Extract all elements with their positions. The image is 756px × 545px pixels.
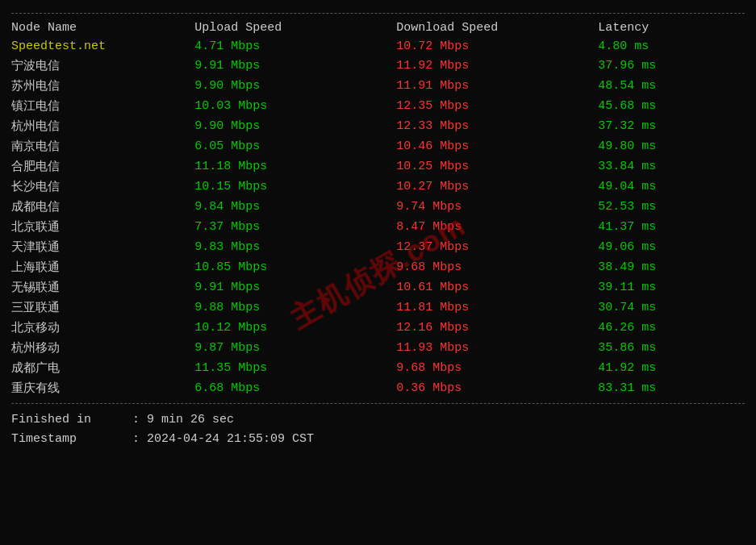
- cell-node: 南京电信: [11, 136, 194, 156]
- table-row: 苏州电信 9.90 Mbps 11.91 Mbps 48.54 ms: [11, 76, 745, 96]
- cell-node: 无锡联通: [11, 277, 194, 297]
- cell-latency: 41.92 ms: [598, 358, 745, 378]
- cell-node: 成都广电: [11, 358, 194, 378]
- table-row: 宁波电信 9.91 Mbps 11.92 Mbps 37.96 ms: [11, 56, 745, 76]
- cell-download: 11.91 Mbps: [396, 76, 598, 96]
- bottom-border: [11, 403, 745, 404]
- cell-download: 0.36 Mbps: [396, 378, 598, 398]
- header-node: Node Name: [11, 19, 194, 37]
- cell-upload: 9.90 Mbps: [194, 76, 396, 96]
- cell-upload: 9.84 Mbps: [194, 197, 396, 217]
- cell-download: 10.61 Mbps: [396, 277, 598, 297]
- cell-upload: 9.91 Mbps: [194, 56, 396, 76]
- cell-upload: 7.37 Mbps: [194, 217, 396, 237]
- cell-download: 10.72 Mbps: [396, 37, 598, 56]
- cell-upload: 9.90 Mbps: [194, 116, 396, 136]
- cell-latency: 41.37 ms: [598, 217, 745, 237]
- cell-upload: 11.35 Mbps: [194, 358, 396, 378]
- cell-upload: 4.71 Mbps: [194, 37, 396, 56]
- table-row: 长沙电信 10.15 Mbps 10.27 Mbps 49.04 ms: [11, 177, 745, 197]
- cell-node: 天津联通: [11, 237, 194, 257]
- cell-node: 镇江电信: [11, 96, 194, 116]
- cell-upload: 9.91 Mbps: [194, 277, 396, 297]
- table-row: 上海联通 10.85 Mbps 9.68 Mbps 38.49 ms: [11, 257, 745, 277]
- cell-node: 三亚联通: [11, 297, 194, 318]
- table-row: Speedtest.net 4.71 Mbps 10.72 Mbps 4.80 …: [11, 37, 745, 56]
- table-row: 南京电信 6.05 Mbps 10.46 Mbps 49.80 ms: [11, 136, 745, 156]
- cell-download: 9.74 Mbps: [396, 197, 598, 217]
- table-row: 天津联通 9.83 Mbps 12.37 Mbps 49.06 ms: [11, 237, 745, 257]
- cell-download: 8.47 Mbps: [396, 217, 598, 237]
- cell-download: 11.81 Mbps: [396, 297, 598, 318]
- header-upload: Upload Speed: [194, 19, 396, 37]
- table-row: 杭州移动 9.87 Mbps 11.93 Mbps 35.86 ms: [11, 338, 745, 358]
- header-latency: Latency: [598, 19, 745, 37]
- cell-node: 苏州电信: [11, 76, 194, 96]
- cell-latency: 37.96 ms: [598, 56, 745, 76]
- cell-upload: 9.87 Mbps: [194, 338, 396, 358]
- cell-upload: 10.12 Mbps: [194, 318, 396, 338]
- header-download: Download Speed: [396, 19, 598, 37]
- cell-latency: 49.80 ms: [598, 136, 745, 156]
- table-row: 无锡联通 9.91 Mbps 10.61 Mbps 39.11 ms: [11, 277, 745, 297]
- speed-table: Node Name Upload Speed Download Speed La…: [11, 19, 745, 398]
- cell-upload: 9.88 Mbps: [194, 297, 396, 318]
- table-row: 杭州电信 9.90 Mbps 12.33 Mbps 37.32 ms: [11, 116, 745, 136]
- cell-upload: 6.68 Mbps: [194, 378, 396, 398]
- cell-node: 长沙电信: [11, 177, 194, 197]
- cell-latency: 49.06 ms: [598, 237, 745, 257]
- cell-latency: 49.04 ms: [598, 177, 745, 197]
- cell-latency: 45.68 ms: [598, 96, 745, 116]
- timestamp-value: : 2024-04-24 21:55:09 CST: [132, 430, 314, 449]
- table-header-row: Node Name Upload Speed Download Speed La…: [11, 19, 745, 37]
- cell-download: 10.25 Mbps: [396, 156, 598, 177]
- cell-node: 成都电信: [11, 197, 194, 217]
- cell-node: 北京移动: [11, 318, 194, 338]
- cell-upload: 9.83 Mbps: [194, 237, 396, 257]
- cell-download: 10.27 Mbps: [396, 177, 598, 197]
- cell-download: 9.68 Mbps: [396, 257, 598, 277]
- footer: Finished in : 9 min 26 sec Timestamp : 2…: [11, 410, 745, 449]
- finished-row: Finished in : 9 min 26 sec: [11, 410, 745, 430]
- top-border: [11, 13, 745, 14]
- table-row: 成都广电 11.35 Mbps 9.68 Mbps 41.92 ms: [11, 358, 745, 378]
- cell-node: 上海联通: [11, 257, 194, 277]
- cell-download: 12.33 Mbps: [396, 116, 598, 136]
- cell-download: 11.93 Mbps: [396, 338, 598, 358]
- cell-upload: 10.03 Mbps: [194, 96, 396, 116]
- cell-latency: 35.86 ms: [598, 338, 745, 358]
- cell-node: 宁波电信: [11, 56, 194, 76]
- cell-latency: 52.53 ms: [598, 197, 745, 217]
- finished-value: : 9 min 26 sec: [132, 410, 234, 430]
- cell-download: 10.46 Mbps: [396, 136, 598, 156]
- cell-upload: 11.18 Mbps: [194, 156, 396, 177]
- table-row: 北京移动 10.12 Mbps 12.16 Mbps 46.26 ms: [11, 318, 745, 338]
- cell-upload: 6.05 Mbps: [194, 136, 396, 156]
- cell-latency: 30.74 ms: [598, 297, 745, 318]
- table-row: 北京联通 7.37 Mbps 8.47 Mbps 41.37 ms: [11, 217, 745, 237]
- table-row: 三亚联通 9.88 Mbps 11.81 Mbps 30.74 ms: [11, 297, 745, 318]
- table-row: 镇江电信 10.03 Mbps 12.35 Mbps 45.68 ms: [11, 96, 745, 116]
- cell-latency: 48.54 ms: [598, 76, 745, 96]
- cell-node: 重庆有线: [11, 378, 194, 398]
- table-row: 成都电信 9.84 Mbps 9.74 Mbps 52.53 ms: [11, 197, 745, 217]
- timestamp-label: Timestamp: [11, 430, 132, 449]
- cell-latency: 38.49 ms: [598, 257, 745, 277]
- cell-node: 杭州移动: [11, 338, 194, 358]
- cell-latency: 33.84 ms: [598, 156, 745, 177]
- cell-node: Speedtest.net: [11, 37, 194, 56]
- cell-node: 杭州电信: [11, 116, 194, 136]
- cell-latency: 46.26 ms: [598, 318, 745, 338]
- cell-latency: 37.32 ms: [598, 116, 745, 136]
- cell-download: 12.35 Mbps: [396, 96, 598, 116]
- cell-latency: 4.80 ms: [598, 37, 745, 56]
- cell-node: 合肥电信: [11, 156, 194, 177]
- cell-node: 北京联通: [11, 217, 194, 237]
- table-row: 重庆有线 6.68 Mbps 0.36 Mbps 83.31 ms: [11, 378, 745, 398]
- cell-latency: 83.31 ms: [598, 378, 745, 398]
- cell-download: 11.92 Mbps: [396, 56, 598, 76]
- cell-upload: 10.85 Mbps: [194, 257, 396, 277]
- cell-download: 9.68 Mbps: [396, 358, 598, 378]
- cell-download: 12.16 Mbps: [396, 318, 598, 338]
- table-row: 合肥电信 11.18 Mbps 10.25 Mbps 33.84 ms: [11, 156, 745, 177]
